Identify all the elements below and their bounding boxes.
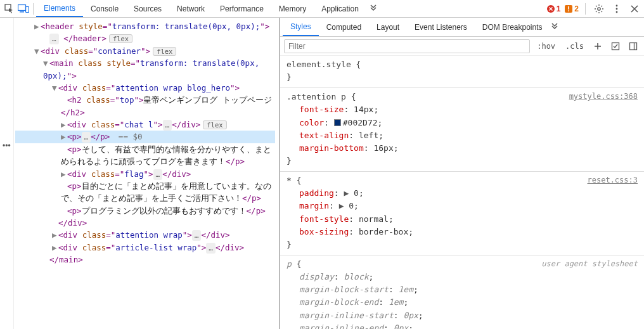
panel-tabs: ElementsConsoleSourcesNetworkPerformance… (36, 0, 366, 17)
css-declaration[interactable]: margin-inline-start: 0px; (287, 309, 638, 322)
rule-selector[interactable]: * (287, 176, 292, 185)
ellipsis-icon[interactable]: … (163, 120, 172, 131)
css-declaration[interactable]: margin: ▶ 0; (287, 200, 638, 212)
expand-shorthand-icon[interactable]: ▶ (339, 201, 349, 210)
ellipsis-icon[interactable]: … (206, 243, 216, 254)
color-swatch-icon[interactable] (334, 119, 341, 126)
gutter-ellipsis-icon[interactable]: ••• (3, 141, 11, 150)
dom-node[interactable]: </div> (15, 217, 275, 229)
dom-node[interactable]: <p>目的ごとに「まとめ記事」を用意しています。なので、その「まとめ記事」を上手… (15, 180, 275, 205)
dom-node[interactable]: ▼<main class style="transform: translate… (15, 57, 275, 82)
kebab-menu-icon[interactable] (610, 2, 624, 16)
svg-rect-2 (20, 11, 24, 13)
css-declaration[interactable]: margin-block-end: 1em; (287, 296, 638, 309)
errors-count: 1 (557, 4, 561, 13)
panel-tab-performance[interactable]: Performance (212, 0, 271, 17)
css-rule[interactable]: user agent stylesheetp {display: block;m… (280, 255, 644, 329)
css-declaration[interactable]: box-sizing: border-box; (287, 226, 638, 238)
dom-node[interactable]: ▶<header style="transform: translate(0px… (15, 20, 275, 32)
rule-source-link[interactable]: reset.css:3 (588, 174, 638, 186)
styles-filter-input[interactable] (284, 39, 530, 53)
styles-tab-styles[interactable]: Styles (283, 18, 319, 36)
css-rule[interactable]: element.style {} (280, 56, 644, 88)
svg-rect-1 (18, 4, 26, 10)
more-subtabs-icon[interactable] (550, 23, 559, 32)
expand-arrow-icon[interactable]: ▶ (61, 119, 67, 131)
css-declaration[interactable]: margin-block-start: 1em; (287, 283, 638, 296)
panel-tab-application[interactable]: Application (314, 0, 366, 17)
css-declaration[interactable]: margin-bottom: 16px; (287, 142, 638, 155)
css-declaration[interactable]: font-style: normal; (287, 213, 638, 226)
svg-point-8 (598, 7, 600, 10)
css-declaration[interactable]: color: #002D72; (287, 117, 638, 129)
more-tabs-icon[interactable] (366, 2, 380, 16)
warnings-badge[interactable]: 2 (564, 4, 579, 13)
panel-tab-sources[interactable]: Sources (126, 0, 169, 17)
rule-source-link[interactable]: mystyle.css:368 (569, 91, 638, 103)
flex-badge[interactable]: flex (109, 34, 132, 43)
panel-tab-memory[interactable]: Memory (271, 0, 314, 17)
ellipsis-icon[interactable]: … (49, 34, 59, 44)
svg-line-14 (602, 11, 603, 12)
separator (585, 3, 586, 15)
style-rules: element.style {}mystyle.css:368.attentio… (280, 56, 644, 329)
panel-layout-icon[interactable] (626, 39, 640, 53)
styles-tab-computed[interactable]: Computed (319, 18, 369, 36)
ellipsis-icon[interactable]: … (192, 230, 202, 241)
dom-node[interactable]: </main> (15, 254, 275, 266)
errors-badge[interactable]: 1 (546, 4, 561, 13)
ellipsis-icon[interactable]: … (82, 132, 91, 143)
cls-toggle[interactable]: .cls (562, 41, 587, 52)
styles-tab-dom-breakpoints[interactable]: DOM Breakpoints (475, 18, 550, 36)
styles-tab-layout[interactable]: Layout (369, 18, 407, 36)
styles-tab-event-listeners[interactable]: Event Listeners (407, 18, 475, 36)
dom-node[interactable]: … </header>flex (15, 32, 275, 44)
expand-arrow-icon[interactable]: ▶ (61, 168, 67, 180)
dom-node[interactable]: ▶<div class="attention wrap">…</div> (15, 229, 275, 241)
dom-node[interactable]: ▼<div class="attention wrap blog_hero"> (15, 82, 275, 94)
expand-arrow-icon[interactable]: ▼ (52, 82, 58, 94)
panel-tab-console[interactable]: Console (83, 0, 126, 17)
dom-node[interactable]: <p>そして、有益で専門的な情報を分かりやすく、まとめられるように頑張ってブログ… (15, 143, 275, 168)
rule-selector[interactable]: element.style (287, 60, 351, 69)
new-style-rule-icon[interactable] (591, 39, 605, 53)
expand-arrow-icon[interactable]: ▼ (34, 45, 41, 57)
computed-sidebar-icon[interactable] (609, 39, 622, 53)
dom-node[interactable]: ▶<div class="flag">…</div> (15, 168, 275, 180)
expand-arrow-icon[interactable]: ▶ (52, 229, 58, 241)
rule-selector[interactable]: p (287, 259, 292, 269)
close-icon[interactable] (628, 2, 641, 16)
expand-arrow-icon[interactable]: ▶ (34, 20, 41, 32)
rule-selector[interactable]: .attention p (287, 92, 346, 101)
css-declaration[interactable]: font-size: 14px; (287, 103, 638, 116)
css-rule[interactable]: mystyle.css:368.attention p {font-size: … (280, 88, 644, 172)
expand-arrow-icon[interactable]: ▶ (52, 242, 58, 254)
dom-node[interactable]: <p>プログラミング以外の記事もおすすめです！</p> (15, 205, 275, 217)
hov-toggle[interactable]: :hov (534, 41, 558, 52)
css-declaration[interactable]: display: block; (287, 271, 638, 283)
css-declaration[interactable]: margin-inline-end: 0px; (287, 322, 638, 329)
toolbar-right: 1 2 (546, 2, 641, 16)
expand-shorthand-icon[interactable]: ▶ (344, 188, 354, 198)
panel-tab-network[interactable]: Network (169, 0, 212, 17)
device-toolbar-icon[interactable] (16, 2, 30, 16)
gutter: ••• (0, 18, 14, 329)
expand-arrow-icon[interactable]: ▶ (61, 131, 67, 143)
dom-node[interactable]: ▶<div class="chat l">…</div>flex (15, 119, 275, 131)
dom-node[interactable]: ▶<div class="article-list wrap">…</div> (15, 242, 275, 254)
dom-node[interactable]: <h2 class="top">皇帝ペンギンブログ トップページ</h2> (15, 94, 275, 119)
flex-badge[interactable]: flex (203, 120, 226, 129)
panel-tab-elements[interactable]: Elements (36, 0, 83, 17)
css-declaration[interactable]: padding: ▶ 0; (287, 187, 638, 200)
css-rule[interactable]: reset.css:3* {padding: ▶ 0;margin: ▶ 0;f… (280, 172, 644, 255)
dom-node[interactable]: ▶<p>…</p> == $0 (15, 131, 275, 143)
dom-node[interactable]: ▼<div class="container">flex (15, 45, 275, 57)
flex-badge[interactable]: flex (153, 47, 176, 56)
settings-icon[interactable] (592, 2, 606, 16)
expand-arrow-icon[interactable]: ▼ (43, 57, 49, 69)
ellipsis-icon[interactable]: … (153, 169, 163, 180)
svg-rect-6 (569, 6, 570, 10)
css-declaration[interactable]: text-align: left; (287, 129, 638, 142)
inspect-icon[interactable] (3, 2, 16, 16)
dom-tree-panel[interactable]: ▶<header style="transform: translate(0px… (14, 18, 279, 329)
